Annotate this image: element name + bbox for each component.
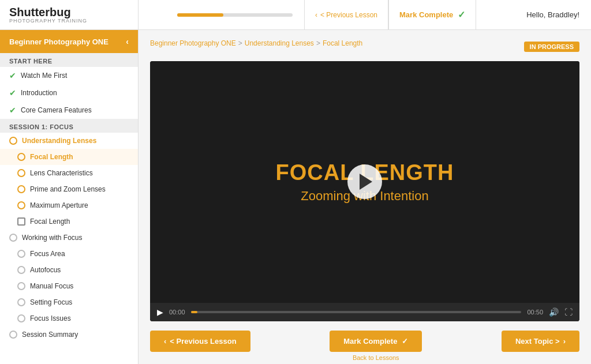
sidebar-item-label: Lens Characteristics (30, 169, 93, 177)
check-icon: ✔ (9, 71, 16, 80)
progress-bar-fill (177, 13, 223, 17)
circle-gray-icon (9, 234, 17, 242)
sidebar-item-label: Setting Focus (30, 298, 72, 306)
breadcrumb-row: Beginner Photography ONE > Understanding… (150, 39, 579, 54)
sidebar-item-label: Watch Me First (21, 72, 67, 80)
prev-lesson-button-bottom[interactable]: ‹ < Previous Lesson (150, 331, 250, 352)
hello-label: Hello, Braddley! (526, 10, 579, 19)
sidebar-item-focus-area[interactable]: Focus Area (0, 246, 138, 262)
top-bar: Shutterbug photography training ‹ < Prev… (0, 0, 591, 30)
time-total: 00:50 (527, 309, 543, 316)
bottom-buttons: ‹ < Previous Lesson Mark Complete ✓ Back… (150, 331, 579, 361)
sidebar-course-title: Beginner Photography ONE (9, 37, 109, 46)
top-center: ‹ < Previous Lesson Mark Complete ✓ (139, 0, 515, 29)
sidebar-item-lens-characteristics[interactable]: Lens Characteristics (0, 165, 138, 181)
circle-gray-icon (17, 282, 25, 290)
fullscreen-icon[interactable]: ⛶ (564, 307, 573, 317)
progress-bar-container (177, 13, 293, 17)
circle-gray-icon (17, 250, 25, 258)
sidebar-item-autofocus[interactable]: Autofocus (0, 262, 138, 278)
breadcrumb: Beginner Photography ONE > Understanding… (150, 39, 362, 47)
check-icon: ✔ (9, 88, 16, 97)
section-focus: SESSION 1: FOCUS (0, 119, 138, 133)
back-to-lessons-link[interactable]: Back to Lessons (353, 354, 399, 361)
seek-fill (191, 311, 197, 313)
sidebar-item-label: Focal Length (30, 217, 70, 226)
circle-gray-icon (17, 298, 25, 306)
sidebar-item-working-focus[interactable]: Working with Focus (0, 230, 138, 246)
sidebar-item-label: Understanding Lenses (22, 137, 96, 145)
next-topic-label: Next Topic > (515, 337, 560, 346)
circle-gray-icon (17, 314, 25, 322)
sidebar-item-core-camera[interactable]: ✔ Core Camera Features (0, 102, 138, 119)
circle-gray-icon (17, 266, 25, 274)
sidebar-item-label: Focus Area (30, 250, 65, 258)
checkmark-icon-top: ✓ (458, 9, 465, 20)
logo-area: Shutterbug photography training (0, 0, 139, 29)
mark-complete-label-top: Mark Complete (399, 10, 453, 19)
top-right-greeting: Hello, Braddley! (515, 10, 591, 19)
checkmark-icon-bottom: ✓ (402, 337, 408, 346)
mark-complete-col: Mark Complete ✓ Back to Lessons (330, 331, 422, 361)
sidebar-item-watch-me-first[interactable]: ✔ Watch Me First (0, 67, 138, 84)
sidebar-item-focal-length-2[interactable]: Focal Length (0, 213, 138, 230)
play-triangle-icon (360, 174, 372, 190)
sidebar-item-max-aperture[interactable]: Maximum Aperture (0, 197, 138, 213)
next-topic-button-bottom[interactable]: Next Topic > › (502, 331, 579, 352)
circle-icon (17, 201, 25, 209)
prev-lesson-label-top: < Previous Lesson (320, 11, 377, 19)
play-pause-icon[interactable]: ▶ (157, 307, 163, 317)
sidebar-item-focus-issues[interactable]: Focus Issues (0, 310, 138, 327)
main-layout: Beginner Photography ONE ‹ START HERE ✔ … (0, 30, 591, 364)
logo-main: Shutterbug (9, 6, 87, 18)
sidebar-item-label: Focus Issues (30, 314, 71, 322)
prev-lesson-label-bottom: < Previous Lesson (170, 337, 236, 346)
circle-gray-icon (9, 331, 17, 339)
sidebar-header[interactable]: Beginner Photography ONE ‹ (0, 30, 138, 53)
mark-complete-button-bottom[interactable]: Mark Complete ✓ (330, 331, 422, 352)
sidebar-item-manual-focus[interactable]: Manual Focus (0, 278, 138, 294)
content-area: Beginner Photography ONE > Understanding… (139, 30, 591, 364)
breadcrumb-sep1: > (238, 39, 242, 47)
prev-lesson-icon-top: ‹ (315, 11, 317, 19)
check-icon: ✔ (9, 106, 16, 115)
sidebar-item-label: Maximum Aperture (30, 201, 88, 209)
breadcrumb-part3[interactable]: Focal Length (323, 39, 362, 47)
video-container: FOCAL LENGTH Zooming with Intention ▶ 00… (150, 61, 579, 321)
sidebar-item-focal-length-active[interactable]: Focal Length (0, 149, 138, 165)
next-icon: › (563, 337, 566, 346)
prev-icon: ‹ (164, 337, 166, 346)
seek-bar[interactable] (191, 311, 522, 313)
sidebar-item-label: Working with Focus (22, 234, 82, 242)
circle-icon (17, 153, 25, 161)
breadcrumb-part1[interactable]: Beginner Photography ONE (150, 39, 236, 47)
video-player[interactable]: FOCAL LENGTH Zooming with Intention (150, 61, 579, 303)
sidebar-item-label: Core Camera Features (21, 106, 92, 114)
sidebar-item-label: Session Summary (22, 331, 78, 339)
mark-complete-button-top[interactable]: Mark Complete ✓ (388, 0, 476, 29)
section-start-here: START HERE (0, 53, 138, 67)
sidebar-item-label: Prime and Zoom Lenses (30, 185, 106, 193)
breadcrumb-part2[interactable]: Understanding Lenses (245, 39, 314, 47)
logo-sub: photography training (9, 18, 87, 24)
sidebar-item-setting-focus[interactable]: Setting Focus (0, 294, 138, 310)
sidebar-item-understanding-lenses[interactable]: Understanding Lenses (0, 133, 138, 149)
play-button[interactable] (347, 164, 382, 199)
circle-icon (9, 137, 17, 145)
in-progress-badge: IN PROGRESS (524, 42, 579, 52)
sidebar-item-label: Manual Focus (30, 282, 73, 290)
sidebar-item-session-summary[interactable]: Session Summary (0, 327, 138, 343)
circle-icon (17, 185, 25, 193)
prev-lesson-button-top[interactable]: ‹ < Previous Lesson (304, 0, 388, 29)
sidebar-item-introduction[interactable]: ✔ Introduction (0, 84, 138, 102)
chevron-left-icon: ‹ (126, 37, 129, 46)
sidebar-item-label: Introduction (21, 89, 57, 97)
mark-complete-label-bottom: Mark Complete (343, 337, 397, 346)
sidebar-item-label: Focal Length (30, 153, 73, 161)
video-controls: ▶ 00:00 00:50 🔊 ⛶ (150, 303, 579, 321)
sidebar-item-prime-zoom[interactable]: Prime and Zoom Lenses (0, 181, 138, 197)
time-current: 00:00 (169, 309, 185, 316)
volume-icon[interactable]: 🔊 (549, 307, 559, 317)
sidebar-item-label: Autofocus (30, 266, 61, 274)
sidebar: Beginner Photography ONE ‹ START HERE ✔ … (0, 30, 139, 364)
